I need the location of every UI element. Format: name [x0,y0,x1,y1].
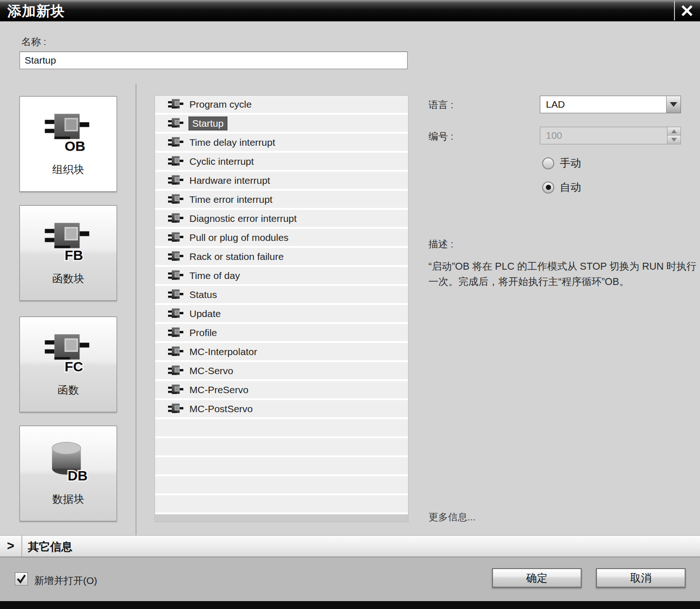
radio-label: 手动 [560,156,581,170]
arrow-up-icon [671,130,677,133]
block-number-spinner[interactable]: 100 [540,127,681,144]
ob-block-icon [168,136,184,149]
list-empty-row [155,419,408,438]
list-item-label: Profile [189,327,217,338]
ob-block-icon [168,308,184,320]
ob-event-list: Program cycleStartupTime delay interrupt… [155,95,408,522]
ob-block-icon [168,155,184,168]
chevron-down-icon [670,102,677,107]
add-and-open-label: 新增并打开(O) [34,574,97,587]
ob-block-icon [168,117,184,130]
ob-block-icon [168,98,184,110]
ob-block-icon [168,365,184,377]
radio-label: 自动 [560,180,581,194]
list-item-label: Rack or station failure [189,251,284,262]
svg-text:DB: DB [68,468,88,482]
more-info-link[interactable]: 更多信息... [428,511,476,524]
fc-block-icon: FC [44,332,93,376]
list-item-label: MC-Interpolator [189,346,257,357]
list-item-label: Update [189,308,221,319]
list-item[interactable]: Time delay interrupt [155,134,408,153]
list-item-label: MC-PostServo [189,403,253,415]
list-item-label: MC-PreServo [189,384,248,395]
list-item[interactable]: MC-Interpolator [155,343,408,362]
expander-chevron-cell[interactable]: > [0,536,22,557]
list-item[interactable]: Hardware interrupt [155,172,408,191]
svg-text:FC: FC [65,359,83,373]
block-number-value: 100 [546,130,562,141]
ok-button[interactable]: 确定 [492,568,582,588]
block-type-label: 函数块 [52,272,84,286]
block-type-fb-button[interactable]: FB 函数块 [19,205,117,301]
list-item-label: Program cycle [189,99,252,110]
list-item[interactable]: MC-Servo [155,362,408,381]
chevron-right-icon: > [7,539,14,553]
list-item-label: Pull or plug of modules [189,232,289,243]
list-item[interactable]: Rack or station failure [155,248,408,267]
list-item-label: Time of day [189,270,240,281]
ob-block-icon [168,403,184,415]
list-item-label: Cyclic interrupt [189,156,254,167]
checkmark-icon [15,573,27,585]
close-button[interactable] [674,1,699,20]
radio-unchecked-icon [542,157,554,169]
dropdown-arrow-button[interactable] [666,96,681,113]
additional-info-expander[interactable]: > 其它信息 [0,535,700,557]
list-item[interactable]: Time error interrupt [155,191,408,210]
cancel-button[interactable]: 取消 [596,568,686,588]
list-empty-row [155,495,408,514]
number-label: 编号 : [428,130,454,143]
spinner-buttons[interactable] [667,127,681,144]
ob-block-icon [168,232,184,244]
ob-block-icon [168,194,184,206]
list-empty-row [155,476,408,495]
block-type-db-button[interactable]: DB 数据块 [19,426,117,521]
list-empty-row [155,457,408,476]
list-item[interactable]: Pull or plug of modules [155,229,408,248]
spinner-up-button[interactable] [668,127,681,136]
add-and-open-checkbox[interactable] [15,572,28,585]
ob-block-icon [168,346,184,358]
expander-title: 其它信息 [28,539,72,554]
block-name-input[interactable] [19,52,408,69]
ob-block-icon [168,270,184,282]
svg-text:OB: OB [65,138,85,152]
list-item-label: Time error interrupt [189,194,272,205]
list-item-label: Status [189,289,217,300]
sidebar-divider [136,84,136,535]
list-item[interactable]: Cyclic interrupt [155,153,408,172]
list-item[interactable]: MC-PreServo [155,381,408,400]
list-item[interactable]: Time of day [155,267,408,286]
db-database-icon: DB [44,441,93,486]
window-bottom-edge [0,601,700,609]
spinner-down-button[interactable] [668,136,681,144]
list-item[interactable]: Program cycle [155,96,408,115]
list-item[interactable]: Diagnostic error interrupt [155,210,408,229]
dialog-title: 添加新块 [7,2,65,21]
list-item[interactable]: MC-PostServo [155,400,408,419]
block-type-ob-button[interactable]: OB 组织块 [19,96,117,192]
radio-option-auto[interactable]: 自动 [542,180,581,194]
language-value: LAD [546,99,565,110]
svg-text:FB: FB [65,247,83,261]
description-text: “启动”OB 将在 PLC 的工作模式从 STOP 切换为 RUN 时执行一次。… [428,259,697,290]
fb-block-icon: FB [44,220,93,265]
dialog-footer: 新增并打开(O) [0,557,700,601]
block-type-fc-button[interactable]: FC 函数 [19,317,117,412]
block-type-label: 数据块 [52,492,84,506]
ob-block-icon [168,251,184,263]
list-item-label: Hardware interrupt [189,175,270,186]
list-item[interactable]: Status [155,286,408,305]
radio-checked-icon [542,181,554,194]
radio-option-manual[interactable]: 手动 [542,156,581,170]
list-item-label: Diagnostic error interrupt [189,213,297,224]
arrow-down-icon [671,138,677,142]
language-dropdown[interactable]: LAD [540,96,681,113]
list-item[interactable]: Update [155,305,408,324]
ob-block-icon [168,175,184,187]
list-item[interactable]: Startup [155,115,408,134]
language-label: 语言 : [428,98,454,111]
list-item[interactable]: Profile [155,324,408,343]
list-item-label: Time delay interrupt [189,137,275,148]
block-type-label: 组织块 [52,162,84,177]
